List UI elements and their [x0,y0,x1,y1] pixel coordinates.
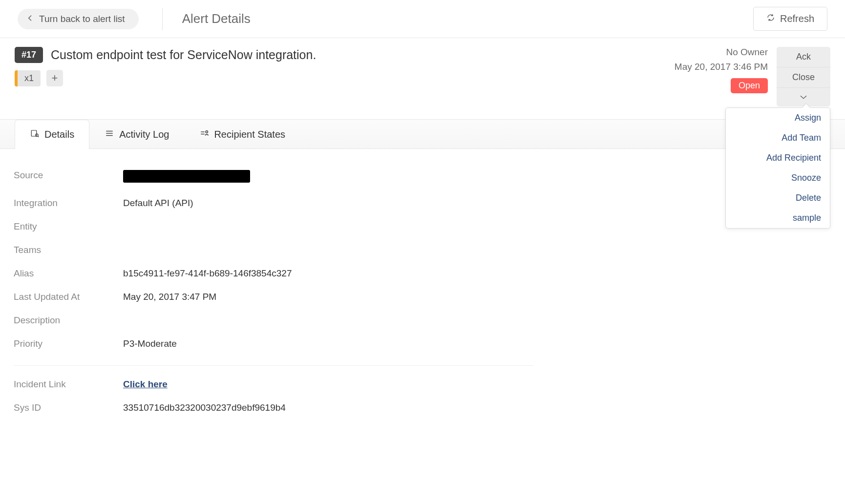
row-integration: Integration Default API (API) [14,191,533,215]
details-panel: Source Integration Default API (API) Ent… [0,149,547,434]
refresh-icon [766,13,775,24]
value-priority: P3-Moderate [123,338,177,349]
dropdown-add-recipient[interactable]: Add Recipient [726,148,830,168]
close-button[interactable]: Close [777,67,830,88]
label-sys-id: Sys ID [14,402,123,413]
redacted-block [123,170,250,183]
alert-id-badge: #17 [15,47,43,63]
arrow-left-icon [26,14,34,24]
created-at-text: May 20, 2017 3:46 PM [675,62,768,72]
label-source: Source [14,170,123,185]
activity-log-icon [105,129,114,140]
owner-text: No Owner [726,47,768,58]
count-text: x1 [18,70,41,86]
alert-title: Custom endpoint test for ServiceNow inte… [51,48,316,62]
value-integration: Default API (API) [123,198,193,209]
alert-header-right: No Owner May 20, 2017 3:46 PM Open Ack C… [675,47,830,106]
topbar-right: Refresh [753,7,827,31]
section-divider [14,365,533,366]
count-badge: x1 [15,70,41,86]
alert-header: #17 Custom endpoint test for ServiceNow … [0,38,845,112]
tab-activity-log-label: Activity Log [119,129,169,140]
add-tag-button[interactable]: + [46,70,63,86]
label-incident-link: Incident Link [14,379,123,390]
tag-line: x1 + [15,70,675,86]
topbar: Turn back to alert list Alert Details Re… [0,0,845,38]
label-priority: Priority [14,338,123,349]
alert-header-left: #17 Custom endpoint test for ServiceNow … [15,47,675,106]
label-integration: Integration [14,198,123,209]
meta-column: No Owner May 20, 2017 3:46 PM Open [675,47,768,106]
value-last-updated-at: May 20, 2017 3:47 PM [123,292,216,302]
actions-column: Ack Close Assign Add Team Add Recipient … [777,47,830,106]
more-actions-dropdown-toggle[interactable]: Assign Add Team Add Recipient Snooze Del… [777,88,830,106]
dropdown-delete[interactable]: Delete [726,188,830,208]
value-sys-id: 33510716db32320030237d9ebf9619b4 [123,402,286,413]
incident-link[interactable]: Click here [123,379,168,389]
tab-details[interactable]: Details [15,120,89,149]
row-description: Description [14,309,533,332]
row-priority: Priority P3-Moderate [14,332,533,356]
tab-activity-log[interactable]: Activity Log [89,120,184,149]
dropdown-assign[interactable]: Assign [726,108,830,128]
dropdown-sample[interactable]: sample [726,208,830,228]
row-source: Source [14,164,533,191]
title-line: #17 Custom endpoint test for ServiceNow … [15,47,675,63]
row-last-updated-at: Last Updated At May 20, 2017 3:47 PM [14,285,533,309]
label-entity: Entity [14,221,123,232]
label-last-updated-at: Last Updated At [14,292,123,302]
status-badge: Open [731,78,768,93]
label-alias: Alias [14,268,123,279]
tab-recipient-states-label: Recipient States [214,129,285,140]
dropdown-add-team[interactable]: Add Team [726,128,830,148]
vertical-divider [162,8,163,30]
row-incident-link: Incident Link Click here [14,373,533,396]
ack-button[interactable]: Ack [777,47,830,67]
tabs-row: Details Activity Log Recipient States [0,119,845,149]
value-source [123,170,250,185]
svg-point-8 [206,131,208,133]
back-button[interactable]: Turn back to alert list [18,9,139,29]
row-sys-id: Sys ID 33510716db32320030237d9ebf9619b4 [14,396,533,420]
page-title: Alert Details [182,11,251,26]
svg-point-1 [36,134,38,136]
chevron-down-icon [800,93,807,102]
svg-line-2 [38,136,39,137]
row-teams: Teams [14,238,533,262]
plus-icon: + [52,72,58,84]
row-entity: Entity [14,215,533,238]
recipient-states-icon [199,129,209,140]
refresh-button[interactable]: Refresh [753,7,827,31]
dropdown-snooze[interactable]: Snooze [726,168,830,188]
label-teams: Teams [14,245,123,255]
row-alias: Alias b15c4911-fe97-414f-b689-146f3854c3… [14,262,533,285]
label-description: Description [14,315,123,326]
tab-recipient-states[interactable]: Recipient States [184,120,300,149]
value-incident-link: Click here [123,379,168,390]
tab-details-label: Details [44,129,74,140]
actions-dropdown: Assign Add Team Add Recipient Snooze Del… [725,107,830,229]
back-label: Turn back to alert list [39,14,125,24]
value-alias: b15c4911-fe97-414f-b689-146f3854c327 [123,268,292,279]
details-icon [30,129,40,140]
refresh-label: Refresh [780,13,814,24]
